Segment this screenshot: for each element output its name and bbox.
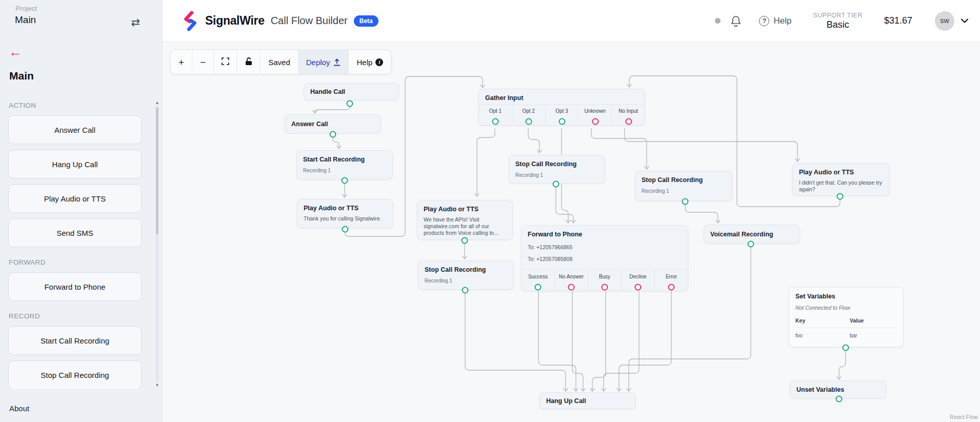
palette-item[interactable]: Stop Call Recording [8,360,142,389]
output-handle[interactable] [682,198,689,205]
sidebar: Project Main ⇄ ← Main ACTIONAnswer CallH… [0,0,163,422]
output-handle-opt-3[interactable] [558,118,565,125]
about-link[interactable]: About [9,404,29,413]
output-handle[interactable] [553,181,559,188]
node-title: Unset Variables [790,386,850,393]
project-name: Main [15,14,36,26]
palette-item[interactable]: Send SMS [8,218,142,247]
palette-section-forward: FORWARD [9,258,142,266]
support-tier: SUPPORT TIER Basic [813,12,863,30]
account-balance[interactable]: $31.67 [884,15,912,26]
node-play-tts-welcome[interactable]: Play Audio or TTSThank you for calling S… [297,199,393,228]
output-handle-unknown[interactable] [592,118,598,125]
palette-section-action: ACTION [9,102,142,109]
output-handle-opt-1[interactable] [492,118,498,125]
output-handle[interactable] [748,241,754,248]
switch-project-icon[interactable]: ⇄ [131,17,140,28]
node-title: Play Audio or TTS [297,199,393,212]
node-body: Thank you for calling Signalwire. [297,212,393,222]
info-icon: i [375,58,383,66]
palette-item[interactable]: Start Call Recording [8,326,142,355]
react-flow-attribution[interactable]: React Flow [950,414,978,420]
node-set-variables[interactable]: Set VariablesNot Connected to FlowKeyVal… [789,287,904,347]
flow-edge [685,204,718,223]
node-title: Forward to Phone [522,226,688,238]
palette-scrollbar[interactable]: ▲ ▼ [154,100,161,389]
node-stop-call-recording-2[interactable]: Stop Call RecordingRecording 1 [635,171,732,201]
node-play-tts-apis[interactable]: Play Audio or TTSWe have the APIs! Visit… [417,200,513,240]
output-handle-no-answer[interactable] [568,284,574,291]
back-arrow-icon[interactable]: ← [9,45,22,58]
palette-item[interactable]: Answer Call [8,115,142,144]
help-button[interactable]: ? Help [759,16,791,26]
flow-edge [572,290,583,391]
output-handle-success[interactable] [534,284,541,291]
output-handle[interactable] [462,287,469,294]
output-handle-busy[interactable] [602,284,608,291]
lock-button[interactable] [237,50,261,74]
node-note: Not Connected to Flow [789,300,903,311]
plus-icon: + [178,57,184,67]
project-label: Project [15,5,37,12]
zoom-out-button[interactable]: − [192,50,214,74]
output-handle[interactable] [347,101,353,107]
notifications-bell-icon[interactable] [730,15,742,27]
output-handle-no-input[interactable] [625,118,632,125]
node-title: Hang Up Call [540,397,592,405]
node-title: Handle Call [304,88,351,95]
flow-edge [625,128,797,161]
node-title: Play Audio or TTS [417,200,512,213]
minus-icon: − [200,57,206,67]
node-play-tts-retry[interactable]: Play Audio or TTSI didn't get that. Can … [792,163,890,196]
palette-item[interactable]: Forward to Phone [8,272,142,301]
flow-toolbar: + − Saved Deploy Help i [170,50,391,74]
flow-edge [465,293,566,391]
node-forward-to-phone[interactable]: Forward to PhoneTo: +12057966865To: +120… [521,225,688,291]
node-stop-call-recording-3[interactable]: Stop Call RecordingRecording 1 [418,260,514,290]
fit-view-button[interactable] [214,50,237,74]
node-title: Answer Call [285,120,334,128]
user-avatar[interactable]: SW [935,11,954,31]
node-stop-call-recording-1[interactable]: Stop Call RecordingRecording 1 [509,155,605,184]
output-handle[interactable] [843,345,849,351]
fullscreen-icon [222,57,229,67]
node-body: I didn't get that. Can you please tryaga… [793,176,889,193]
flow-edge [315,106,350,113]
flow-edge [556,187,573,223]
palette-section-record: RECORD [9,312,142,320]
output-handle[interactable] [342,226,349,233]
product-name: Call Flow Builder [271,15,348,27]
flow-title: Main [9,70,34,82]
node-title: Start Call Recording [297,151,392,163]
zoom-in-button[interactable]: + [171,50,192,74]
node-body: We have the APIs! Visitsignalwire.com fo… [417,213,512,236]
brand-name: SignalWire [205,14,265,28]
node-start-call-recording[interactable]: Start Call RecordingRecording 1 [296,150,393,179]
output-handle-decline[interactable] [635,284,642,291]
scrollbar-up-arrow[interactable]: ▲ [154,100,161,106]
node-answer-call[interactable]: Answer Call [285,114,381,133]
flow-edge [839,350,846,379]
palette-item[interactable]: Play Audio or TTS [8,184,142,213]
node-hang-up-call[interactable]: Hang Up Call [539,392,636,409]
output-handle-error[interactable] [668,284,675,291]
node-title: Voicemail Recording [704,231,779,238]
palette-item[interactable]: Hang Up Call [8,150,142,178]
toolbar-help-button[interactable]: Help i [349,50,391,74]
output-handle[interactable] [342,177,348,184]
saved-status: Saved [261,50,298,74]
node-handle-call[interactable]: Handle Call [304,83,399,101]
output-handle-opt-2[interactable] [525,118,532,125]
deploy-button[interactable]: Deploy [298,50,349,74]
node-title: Stop Call Recording [418,261,513,273]
scrollbar-thumb[interactable] [156,107,158,234]
output-handle[interactable] [837,193,844,200]
output-handle[interactable] [330,131,336,138]
header-actions: ? Help SUPPORT TIER Basic $31.67 SW [715,11,969,31]
flow-edge [538,290,576,391]
output-handle[interactable] [836,396,843,403]
node-subtitle: Recording 1 [509,168,605,178]
scrollbar-down-arrow[interactable]: ▼ [154,383,161,389]
output-handle[interactable] [462,237,468,244]
chevron-down-icon[interactable] [961,18,969,24]
